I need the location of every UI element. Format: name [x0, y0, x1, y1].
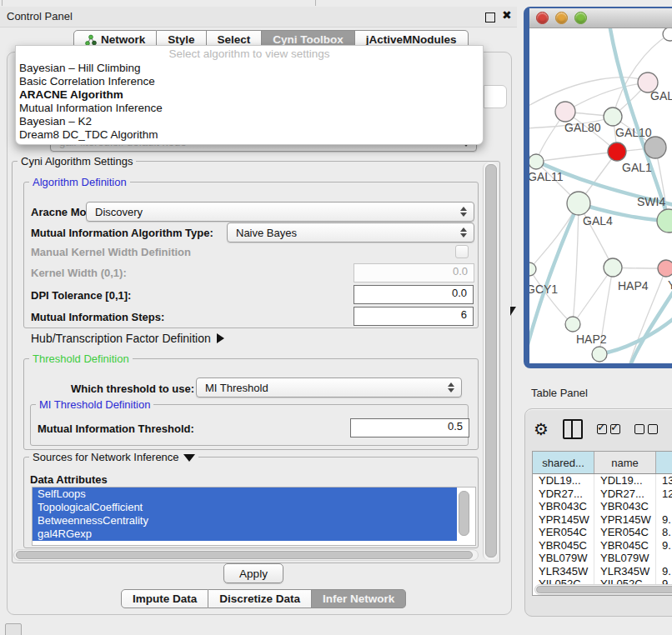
column-header-shared-name[interactable]: shared...: [533, 452, 594, 473]
show-columns-icon[interactable]: [563, 419, 583, 439]
column-header-cut[interactable]: [656, 452, 672, 473]
cell-name: YDL19...: [594, 474, 656, 488]
cell-value: [656, 552, 672, 565]
settings-scrollbar-track[interactable]: [483, 162, 498, 560]
manual-kernel-label: Manual Kernel Width Definition: [31, 246, 191, 258]
node-swi4[interactable]: [657, 209, 672, 232]
algorithm-option[interactable]: Bayesian – K2: [16, 115, 483, 128]
algorithm-option[interactable]: ARACNE Algorithm: [16, 88, 483, 102]
table-row[interactable]: YDL19... YDL19... 13: [533, 474, 672, 488]
zoom-traffic-light-icon[interactable]: [574, 12, 587, 24]
node-hap4[interactable]: [604, 258, 622, 277]
node-gal11[interactable]: [529, 154, 544, 169]
unchecked-box-icon: [648, 424, 658, 434]
cell-name: YER054C: [594, 526, 656, 539]
node-gray[interactable]: [644, 137, 666, 158]
deselect-all-icon[interactable]: [634, 424, 658, 434]
hub-section-toggle[interactable]: Hub/Transcription Factor Definition: [31, 332, 224, 345]
cell-shared-name: YDR27...: [533, 488, 594, 501]
close-traffic-light-icon[interactable]: [536, 12, 549, 24]
node-label: GAL: [650, 89, 672, 102]
cell-name: YDR27...: [594, 488, 656, 501]
table-row[interactable]: YPR145W YPR145W 9.: [533, 513, 672, 527]
table-row[interactable]: YLR345W YLR345W 9.: [533, 565, 672, 578]
collapse-down-icon: [183, 454, 195, 462]
table-hscrollbar-thumb[interactable]: [536, 586, 672, 593]
tab-infer-network[interactable]: Infer Network: [312, 589, 406, 608]
algorithm-option[interactable]: Bayesian – Hill Climbing: [16, 62, 483, 75]
column-header-name[interactable]: name: [594, 452, 656, 473]
table-hscrollbar-track[interactable]: [534, 584, 672, 595]
algorithm-option[interactable]: Mutual Information Inference: [16, 102, 483, 115]
attribute-item[interactable]: gal4RGexp: [33, 528, 457, 541]
node-unlabeled[interactable]: [663, 28, 672, 41]
mi-threshold-field[interactable]: 0.5: [350, 418, 469, 438]
network-graph: GAL GAL80 GAL10 GAL1 GAL11 SWI4 GAL4 GCY…: [529, 28, 672, 363]
node-unlabeled[interactable]: [592, 347, 607, 362]
combo-value: Discovery: [87, 206, 460, 218]
cell-value: 13: [656, 474, 672, 488]
mi-steps-label: Mutual Information Steps:: [31, 311, 164, 323]
attribute-item[interactable]: SelfLoops: [33, 488, 457, 501]
stepper-arrows-icon: [460, 228, 467, 238]
network-canvas[interactable]: GAL GAL80 GAL10 GAL1 GAL11 SWI4 GAL4 GCY…: [529, 28, 672, 363]
attribute-item[interactable]: BetweennessCentrality: [33, 514, 457, 528]
tab-discretize-data[interactable]: Discretize Data: [208, 589, 312, 608]
node-gcy1[interactable]: [529, 262, 536, 276]
which-threshold-combo[interactable]: MI Threshold: [196, 378, 462, 398]
mi-threshold-label: Mutual Information Threshold:: [38, 422, 194, 435]
node-label: Y: [668, 278, 672, 292]
table-row[interactable]: YER054C YER054C 8.: [533, 526, 672, 539]
node-hap2[interactable]: [565, 317, 580, 332]
algorithm-option-label: Bayesian – K2: [19, 115, 92, 128]
table-row[interactable]: YBR043C YBR043C: [533, 500, 672, 513]
table-row[interactable]: YBR045C YBR045C 9.: [533, 539, 672, 552]
combo-value: Naive Bayes: [228, 227, 460, 239]
list-scrollbar-thumb[interactable]: [459, 491, 469, 536]
algorithm-dropdown-popup: Select algorithm to view settings Bayesi…: [15, 45, 484, 145]
cell-value: 9.: [656, 539, 672, 552]
data-attributes-list[interactable]: SelfLoopsTopologicalCoefficientBetweenne…: [32, 487, 476, 546]
algorithm-option-label: Bayesian – Hill Climbing: [19, 62, 141, 74]
algorithm-option[interactable]: Basic Correlation Inference: [16, 75, 483, 88]
node-gal1[interactable]: [608, 142, 626, 161]
table-row[interactable]: YBL079W YBL079W: [533, 552, 672, 565]
tab-label: Cyni Toolbox: [273, 33, 344, 46]
settings-hscrollbar-thumb[interactable]: [16, 551, 473, 559]
apply-button[interactable]: Apply: [223, 563, 283, 583]
network-view-window[interactable]: GAL GAL80 GAL10 GAL1 GAL11 SWI4 GAL4 GCY…: [524, 7, 672, 368]
settings-scrollbar-thumb[interactable]: [485, 164, 497, 558]
dpi-tolerance-field[interactable]: 0.0: [354, 285, 474, 304]
settings-hscrollbar-track[interactable]: [13, 549, 479, 561]
close-icon[interactable]: ✖: [502, 8, 512, 22]
table-panel-title: Table Panel: [531, 387, 588, 399]
node-salmon[interactable]: [658, 260, 672, 277]
manual-kernel-checkbox[interactable]: [455, 245, 469, 258]
cell-shared-name: YDL19...: [533, 474, 594, 488]
tab-label: Impute Data: [133, 592, 197, 605]
aracne-mode-combo[interactable]: Discovery: [86, 202, 474, 222]
kernel-width-field[interactable]: 0.0: [354, 263, 474, 282]
node-gal4[interactable]: [567, 192, 590, 215]
divider: [315, 0, 316, 6]
algorithm-option[interactable]: Dream8 DC_TDC Algorithm: [16, 128, 483, 142]
tab-label: Infer Network: [323, 592, 394, 605]
float-window-icon[interactable]: [485, 12, 495, 22]
select-all-icon[interactable]: [597, 424, 620, 434]
sources-title[interactable]: Sources for Network Inference: [29, 451, 198, 463]
mi-steps-field[interactable]: 6: [354, 307, 474, 326]
node-label: GAL4: [583, 214, 613, 228]
node-gal10[interactable]: [604, 108, 622, 126]
node-gal80[interactable]: [555, 102, 575, 122]
table-row[interactable]: YDR27... YDR27... 12: [533, 488, 672, 501]
cell-name: YBL079W: [594, 552, 656, 565]
mi-type-combo[interactable]: Naive Bayes: [227, 222, 474, 242]
gear-icon[interactable]: ⚙: [534, 421, 549, 438]
collapsed-panel-icon[interactable]: [5, 623, 22, 635]
tab-impute-data[interactable]: Impute Data: [121, 589, 208, 608]
attribute-item[interactable]: TopologicalCoefficient: [33, 501, 457, 514]
algorithm-list: Bayesian – Hill ClimbingBasic Correlatio…: [16, 62, 483, 142]
stepper-arrows-icon: [460, 207, 467, 217]
screen: Control Panel ✖ Network Style Select Cyn…: [0, 0, 672, 635]
minimize-traffic-light-icon[interactable]: [555, 12, 568, 24]
